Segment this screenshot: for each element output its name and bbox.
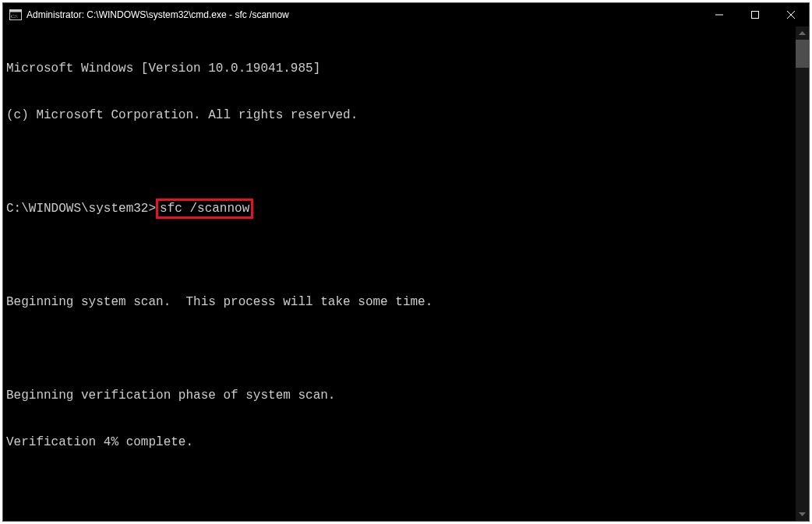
terminal-blank bbox=[6, 248, 796, 263]
maximize-button[interactable] bbox=[737, 3, 773, 26]
terminal-blank bbox=[6, 341, 796, 357]
svg-text:C:\: C:\ bbox=[11, 13, 18, 19]
cmd-window: C:\ Administrator: C:\WINDOWS\system32\c… bbox=[2, 2, 810, 522]
window-title: Administrator: C:\WINDOWS\system32\cmd.e… bbox=[26, 9, 701, 20]
close-button[interactable] bbox=[773, 3, 809, 26]
terminal-line: (c) Microsoft Corporation. All rights re… bbox=[6, 107, 796, 123]
terminal-blank bbox=[6, 154, 796, 170]
content-area: Microsoft Windows [Version 10.0.19041.98… bbox=[3, 26, 809, 521]
command-highlight: sfc /scannow bbox=[156, 199, 253, 219]
svg-rect-1 bbox=[10, 10, 22, 12]
terminal-line: Verification 4% complete. bbox=[6, 434, 796, 450]
scroll-thumb[interactable] bbox=[796, 40, 809, 68]
svg-marker-7 bbox=[799, 31, 806, 35]
svg-marker-8 bbox=[799, 512, 806, 516]
terminal-line: Microsoft Windows [Version 10.0.19041.98… bbox=[6, 61, 796, 76]
titlebar[interactable]: C:\ Administrator: C:\WINDOWS\system32\c… bbox=[3, 3, 809, 26]
terminal-output[interactable]: Microsoft Windows [Version 10.0.19041.98… bbox=[3, 26, 796, 521]
prompt-line: C:\WINDOWS\system32>sfc /scannow bbox=[6, 201, 796, 216]
vertical-scrollbar[interactable] bbox=[796, 26, 809, 521]
minimize-button[interactable] bbox=[701, 3, 737, 26]
window-controls bbox=[701, 3, 809, 26]
cmd-icon: C:\ bbox=[9, 9, 22, 21]
prompt-text: C:\WINDOWS\system32> bbox=[6, 201, 156, 216]
scroll-up-button[interactable] bbox=[796, 26, 809, 40]
terminal-line: Beginning verification phase of system s… bbox=[6, 388, 796, 403]
scroll-down-button[interactable] bbox=[796, 508, 809, 521]
svg-rect-4 bbox=[752, 12, 759, 19]
terminal-line: Beginning system scan. This process will… bbox=[6, 294, 796, 310]
